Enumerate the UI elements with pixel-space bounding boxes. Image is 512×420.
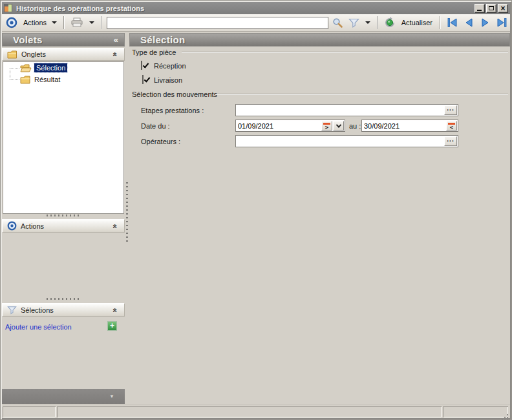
collapse-panel-icon[interactable]: «: [114, 35, 118, 45]
folder-icon: [20, 76, 32, 84]
main-panel-title: Sélection: [140, 34, 185, 45]
toolbar-separator: [101, 16, 102, 29]
panel-resize-grip[interactable]: [126, 182, 128, 244]
section-actions-header[interactable]: Actions «: [2, 219, 125, 233]
tree-item-resultat-label: Résultat: [34, 76, 60, 83]
reception-checkbox-label: Réception: [154, 62, 186, 70]
date-du-dropdown-button[interactable]: [333, 121, 344, 131]
filter-icon: [7, 306, 17, 315]
close-icon: ×: [498, 4, 507, 13]
group-mouvements-label: Sélection des mouvements: [132, 90, 217, 98]
maximize-icon: [489, 6, 494, 10]
tree-connector: [10, 68, 19, 68]
date-du-input[interactable]: [236, 120, 321, 131]
tree-connector: [10, 79, 19, 80]
refresh-icon[interactable]: [384, 17, 396, 28]
section-onglets-header[interactable]: Onglets «: [2, 48, 125, 61]
status-pane-left: [3, 406, 56, 417]
chevron-collapse-icon[interactable]: «: [111, 52, 120, 57]
actions-target-icon[interactable]: [6, 17, 17, 28]
maximize-button[interactable]: [486, 4, 496, 13]
volets-panel-header: Volets «: [2, 33, 125, 47]
folder-icon: [7, 50, 17, 59]
group-divider: [215, 94, 508, 95]
date-du-field: >: [235, 120, 345, 132]
nav-first-button[interactable]: [447, 18, 458, 27]
etapes-prestations-input[interactable]: [236, 105, 444, 116]
section-actions-label: Actions: [21, 222, 44, 230]
livraison-checkbox[interactable]: [142, 75, 144, 84]
print-button[interactable]: [70, 17, 83, 28]
sidebar-overflow-bar[interactable]: ▼: [2, 389, 125, 404]
group-type-piece-label: Type de pièce: [132, 48, 176, 56]
group-divider: [182, 52, 508, 53]
sidebar-splitter[interactable]: [2, 297, 125, 300]
nav-previous-button[interactable]: [464, 18, 474, 27]
toolbar-separator: [377, 16, 378, 29]
chevron-down-icon[interactable]: ▼: [109, 394, 114, 399]
arrow-left-icon: <: [450, 125, 453, 130]
arrow-right-icon: >: [325, 125, 328, 130]
date-au-field: <: [361, 120, 458, 132]
date-au-input[interactable]: [362, 120, 446, 131]
etapes-browse-button[interactable]: ...: [444, 105, 457, 115]
nav-last-button[interactable]: [496, 18, 507, 27]
search-input[interactable]: [107, 17, 328, 29]
volets-title: Volets: [13, 34, 43, 45]
tree-item-selection[interactable]: Sélection: [20, 63, 67, 73]
chevron-collapse-icon[interactable]: «: [111, 224, 120, 228]
actions-target-icon: [7, 221, 17, 231]
operateurs-field: ...: [235, 135, 458, 147]
etapes-prestations-label: Etapes prestations :: [141, 107, 204, 114]
date-du-label: Date du :: [141, 122, 170, 130]
chevron-collapse-icon[interactable]: «: [111, 308, 120, 312]
toolbar: Actions Actualiser: [2, 14, 510, 32]
refresh-button[interactable]: Actualiser: [401, 19, 432, 26]
tree-item-selection-label: Sélection: [34, 63, 67, 72]
onglets-tree: Sélection Résultat: [3, 61, 124, 214]
status-bar: [2, 404, 510, 418]
tree-item-resultat[interactable]: Résultat: [20, 74, 60, 85]
toolbar-separator: [440, 16, 441, 29]
date-au-label: au :: [349, 122, 361, 130]
sidebar-splitter[interactable]: [2, 214, 125, 217]
window-title: Historique des opérations prestations: [16, 5, 144, 12]
minimize-button[interactable]: [475, 4, 485, 13]
open-folder-icon: [20, 64, 32, 72]
livraison-checkbox-label: Livraison: [154, 76, 182, 84]
actions-menu-button[interactable]: Actions: [23, 19, 47, 26]
resize-grip[interactable]: [507, 414, 508, 415]
operateurs-label: Opérateurs :: [141, 138, 180, 145]
operateurs-input[interactable]: [236, 136, 444, 147]
operateurs-browse-button[interactable]: ...: [444, 136, 457, 146]
toolbar-separator: [63, 16, 65, 29]
section-onglets-label: Onglets: [21, 50, 46, 58]
etapes-prestations-field: ...: [235, 104, 458, 116]
search-icon[interactable]: [332, 17, 343, 28]
add-selection-link[interactable]: Ajouter une sélection: [5, 323, 72, 331]
main-panel-header: Sélection: [129, 33, 510, 47]
title-bar: Historique des opérations prestations ×: [2, 2, 510, 14]
add-selection-plus-button[interactable]: +: [107, 321, 117, 331]
nav-next-button[interactable]: [480, 18, 490, 27]
date-du-calendar-button[interactable]: >: [321, 121, 332, 131]
filter-dropdown-icon[interactable]: [365, 21, 370, 24]
actions-dropdown-icon[interactable]: [52, 21, 57, 24]
status-pane-middle: [57, 406, 442, 417]
close-button[interactable]: ×: [498, 4, 508, 13]
chevron-down-icon: [336, 122, 341, 127]
print-dropdown-icon[interactable]: [89, 21, 94, 24]
status-pane-right: [443, 406, 508, 417]
section-selections-header[interactable]: Sélections «: [2, 303, 125, 317]
section-selections-label: Sélections: [21, 306, 54, 314]
reception-checkbox[interactable]: [141, 61, 142, 70]
tree-connector: [10, 68, 10, 79]
filter-icon[interactable]: [348, 18, 359, 28]
app-window: Historique des opérations prestations × …: [0, 0, 512, 420]
date-au-calendar-button[interactable]: <: [446, 121, 457, 131]
app-icon: [4, 4, 12, 12]
minimize-icon: [477, 10, 482, 11]
